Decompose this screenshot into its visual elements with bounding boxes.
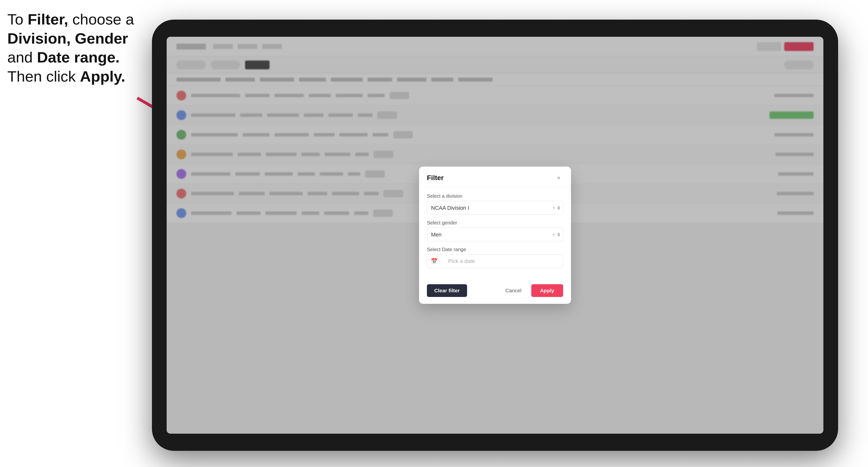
chevron-down-icon <box>557 235 560 237</box>
apply-bold: Apply. <box>80 68 125 85</box>
filter-modal: Filter × Select a division NCAA Division… <box>419 166 571 304</box>
modal-footer: Clear filter Cancel Apply <box>419 279 571 304</box>
division-select-wrapper[interactable]: NCAA Division I × <box>427 201 563 215</box>
calendar-icon: 📅 <box>431 258 437 264</box>
apply-button[interactable]: Apply <box>531 284 563 297</box>
division-form-group: Select a division NCAA Division I × <box>427 193 563 215</box>
instruction-line1: To Filter, choose a <box>7 11 134 28</box>
gender-arrows <box>557 232 560 237</box>
instruction-then: Then click Apply. <box>7 68 125 85</box>
instruction-text: To Filter, choose a Division, Gender and… <box>7 10 145 86</box>
tablet-screen: Filter × Select a division NCAA Division… <box>167 37 824 434</box>
gender-clear-icon[interactable]: × <box>552 232 555 238</box>
date-input-wrapper[interactable]: 📅 Pick a date <box>427 254 563 268</box>
modal-header: Filter × <box>419 166 571 187</box>
clear-filter-button[interactable]: Clear filter <box>427 284 467 297</box>
gender-label: Select gender <box>427 220 563 226</box>
division-arrows <box>557 206 560 210</box>
instruction-and: and Date range. <box>7 49 120 66</box>
modal-footer-right: Cancel Apply <box>498 284 563 297</box>
modal-title: Filter <box>427 174 443 182</box>
date-range-bold: Date range. <box>37 49 120 66</box>
date-placeholder: Pick a date <box>439 258 475 264</box>
date-label: Select Date range <box>427 247 563 252</box>
cancel-button[interactable]: Cancel <box>498 284 528 297</box>
date-form-group: Select Date range 📅 Pick a date <box>427 247 563 268</box>
gender-select-controls: × <box>552 232 560 238</box>
date-input[interactable]: Pick a date <box>427 254 563 268</box>
modal-close-button[interactable]: × <box>554 174 563 182</box>
chevron-up-icon <box>557 206 560 208</box>
chevron-up-icon <box>557 232 560 234</box>
chevron-down-icon <box>557 208 560 210</box>
division-select[interactable]: NCAA Division I <box>427 201 563 215</box>
modal-overlay: Filter × Select a division NCAA Division… <box>167 37 824 434</box>
division-select-controls: × <box>552 205 560 211</box>
filter-bold: Filter, <box>28 11 68 28</box>
tablet-frame: Filter × Select a division NCAA Division… <box>152 20 838 451</box>
division-gender-bold: Division, Gender <box>7 30 128 47</box>
modal-body: Select a division NCAA Division I × <box>419 187 571 279</box>
gender-select[interactable]: Men <box>427 228 563 241</box>
division-clear-icon[interactable]: × <box>552 205 555 211</box>
gender-select-wrapper[interactable]: Men × <box>427 228 563 241</box>
gender-form-group: Select gender Men × <box>427 220 563 241</box>
division-label: Select a division <box>427 193 563 199</box>
